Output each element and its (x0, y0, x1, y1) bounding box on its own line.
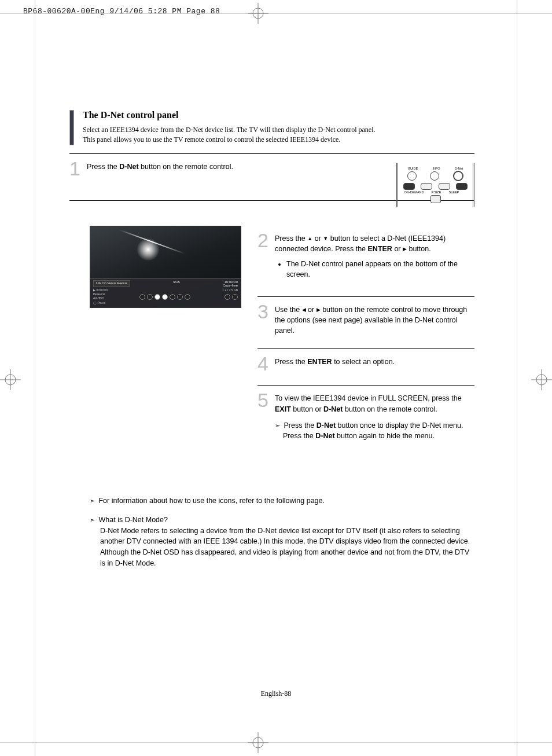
title-block: The D-Net control panel Select an IEEE13… (83, 110, 474, 145)
remote-button-icon (456, 183, 468, 190)
intro-text: Select an IEEE1394 device from the D-Net… (83, 125, 474, 145)
intro-line: This panel allows you to use the TV remo… (83, 135, 340, 144)
step-text: Press the ▲ or ▼ button to select a D-Ne… (275, 232, 474, 284)
step-number: 3 (257, 303, 275, 321)
remote-label: GUIDE (408, 167, 418, 170)
step-row: 3 Use the ◀ or ▶ button on the remote co… (257, 303, 474, 336)
footer-note: ➣ What is D-Net Mode? D-Net Mode refers … (90, 515, 472, 569)
remote-button-icon (430, 195, 441, 203)
panel-device: AV-HDD (93, 296, 105, 300)
step-text: Use the ◀ or ▶ button on the remote cont… (275, 303, 474, 336)
control-icon (185, 294, 190, 300)
bullet-item: The D-Net control panel appears on the b… (286, 259, 474, 280)
step-row: 4 Press the ENTER to select an option. (257, 355, 474, 373)
footer-notes: ➣ For information about how to use the i… (90, 496, 472, 577)
remote-button-icon (421, 183, 432, 190)
panel-status: Pause (97, 301, 105, 304)
note-body: D-Net Mode refers to selecting a device … (100, 526, 472, 569)
remote-control-diagram: GUIDE INFO D-Net ON-DEMAND P.SIZE SLEEP (396, 163, 474, 207)
panel-copy-flag: Copy-free (223, 284, 238, 287)
title-row: The D-Net control panel Select an IEEE13… (69, 110, 474, 145)
registration-mark-icon (248, 732, 268, 753)
page-title: The D-Net control panel (83, 110, 474, 120)
step-number: 5 (257, 391, 275, 409)
step-text: Press the ENTER to select an option. (275, 355, 395, 367)
registration-mark-icon (0, 369, 21, 390)
remote-label: D-Net (455, 167, 463, 170)
control-icon (225, 294, 230, 300)
control-icon (232, 294, 238, 300)
panel-transport-controls (139, 294, 190, 300)
remote-label: ON-DEMAND (404, 190, 424, 194)
control-icon (139, 294, 145, 300)
panel-aux-controls (225, 294, 238, 300)
step-row: 1 Press the D-Net button on the remote c… (69, 160, 382, 178)
divider (257, 296, 474, 297)
panel-elapsed: 00:00:00 (96, 288, 107, 292)
steps-column: 2 Press the ▲ or ▼ button to select a D-… (257, 226, 474, 441)
panel-date: 9/15 (173, 280, 180, 287)
sub-note: ➣ Press the D-Net button once to display… (275, 420, 474, 441)
step-text: To view the IEEE1394 device in FULL SCRE… (275, 391, 474, 441)
panel-program-title: Life On Venus Avenue (93, 280, 130, 287)
panel-size: 1.2 / 7.5 GB (222, 288, 238, 292)
right-arrow-icon: ▶ (403, 245, 407, 253)
step-number: 2 (257, 232, 275, 249)
remote-button-icon (403, 183, 415, 190)
control-icon (177, 294, 183, 300)
page-number: English-88 (0, 689, 552, 698)
step-text: Press the D-Net button on the remote con… (87, 160, 233, 172)
down-arrow-icon: ▼ (323, 235, 328, 243)
remote-button-icon (439, 183, 450, 190)
page: BP68-00620A-00Eng 9/14/06 5:28 PM Page 8… (0, 0, 552, 756)
step-number: 1 (69, 160, 87, 178)
control-icon (154, 294, 160, 300)
remote-button-icon (407, 171, 417, 181)
remote-label: SLEEP (449, 190, 459, 194)
content-area: The D-Net control panel Select an IEEE13… (69, 110, 474, 201)
bullet-list: The D-Net control panel appears on the b… (286, 259, 474, 280)
right-arrow-icon: ▶ (317, 306, 321, 314)
divider (257, 385, 474, 386)
step-row: 5 To view the IEEE1394 device in FULL SC… (257, 391, 474, 441)
up-arrow-icon: ▲ (307, 235, 312, 243)
step-number: 4 (257, 355, 275, 373)
remote-label: INFO (432, 167, 440, 170)
divider (257, 348, 474, 349)
registration-mark-icon (531, 369, 552, 390)
panel-device-label: Panasonic (93, 293, 105, 296)
remote-button-icon (430, 171, 439, 181)
note-arrow-icon: ➣ (90, 515, 94, 525)
tv-screenshot: Life On Venus Avenue 9/15 10:00:00 Copy-… (90, 226, 241, 308)
dnet-panel: Life On Venus Avenue 9/15 10:00:00 Copy-… (90, 278, 241, 307)
intro-line: Select an IEEE1394 device from the D-Net… (83, 126, 376, 134)
print-job-header: BP68-00620A-00Eng 9/14/06 5:28 PM Page 8… (23, 7, 220, 16)
divider (69, 153, 474, 154)
remote-label: P.SIZE (432, 190, 441, 194)
left-arrow-icon: ◀ (302, 306, 306, 314)
crop-line (0, 13, 552, 14)
control-icon (170, 294, 175, 300)
lens-flare-icon (137, 238, 160, 261)
crop-side (517, 13, 517, 743)
registration-mark-icon (248, 3, 268, 24)
note-arrow-icon: ➣ (90, 496, 94, 506)
control-icon (147, 294, 153, 300)
step-row: 2 Press the ▲ or ▼ button to select a D-… (257, 232, 474, 284)
title-accent-bar (69, 110, 74, 145)
remote-button-dnet-icon (453, 171, 463, 181)
footer-note: ➣ For information about how to use the i… (90, 496, 472, 507)
crop-line (0, 742, 552, 743)
crop-side (35, 13, 35, 743)
control-icon (162, 294, 168, 300)
note-arrow-icon: ➣ (275, 421, 279, 431)
